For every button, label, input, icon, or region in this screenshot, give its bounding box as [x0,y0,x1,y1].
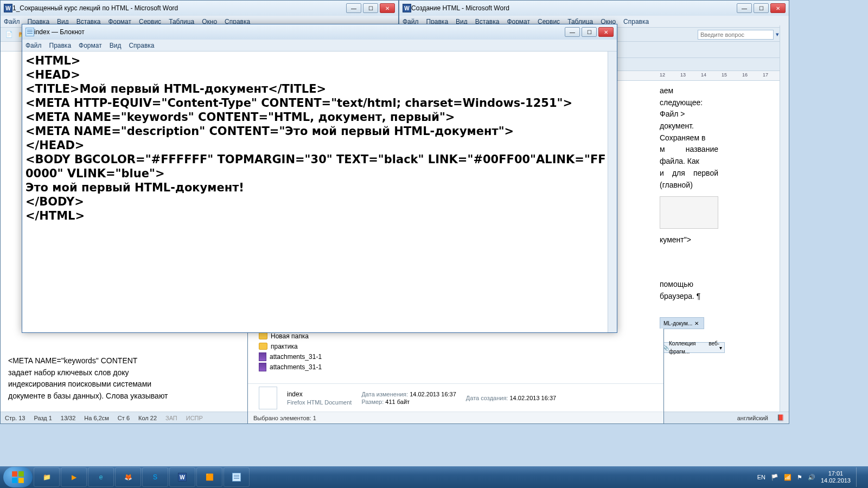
menu-item-файл[interactable]: Файл [4,18,20,25]
system-tray: EN 🏳️ 📶 ⚑ 🔊 17:01 14.02.2013 [757,467,865,487]
archive-icon [259,363,266,371]
file-name: Новая папка [271,332,309,340]
notepad-window: index — Блокнот — ☐ ✕ ФайлПравкаФорматВи… [22,24,617,333]
show-desktop-button[interactable] [856,467,860,487]
notepad-icon [25,28,34,36]
word2-title: Создание HTML - Microsoft Word [411,4,737,12]
status-page: Стр. 13 [5,415,25,421]
minimize-button[interactable]: — [346,3,361,13]
taskbar-ie[interactable]: e [88,467,114,487]
taskbar-skype[interactable]: S [142,467,168,487]
ruler-tick: 15 [722,72,727,78]
windows-logo-icon [11,470,25,484]
embedded-image [660,196,718,229]
svg-rect-1 [18,471,24,477]
list-item[interactable]: практика [259,341,653,351]
svg-rect-2 [12,478,17,483]
notepad-content[interactable]: <HTML> <HEAD> <TITLE>Мой первый HTML-док… [25,54,614,223]
file-thumbnail [259,387,277,409]
folder-icon [259,343,267,350]
file-name: практика [271,343,298,350]
doc-line: и для первой (главной) [660,168,718,191]
minimize-button[interactable]: — [565,27,580,37]
status-section: Разд 1 [34,415,52,421]
selection-count: Выбрано элементов: 1 [253,415,316,421]
status-language: английский [737,415,768,421]
status-pages: 13/32 [61,415,76,421]
new-doc-icon[interactable]: 📄 [4,29,15,40]
word-icon: W [403,4,411,12]
status-line: Ст 6 [118,415,130,421]
menu-item-вид[interactable]: Вид [110,42,122,49]
menu-item-справка[interactable]: Справка [623,18,649,25]
menu-item-файл[interactable]: Файл [25,42,42,49]
tray-network-icon[interactable]: 📶 [784,474,792,481]
maximize-button[interactable]: ☐ [363,3,378,13]
file-name: attachments_31-1 [270,363,322,371]
detail-name: index [287,390,352,398]
vertical-scrollbar[interactable] [608,52,617,332]
taskbar-word[interactable]: W [169,467,195,487]
doc-tab[interactable]: ML-докум... ✕ [660,317,704,329]
doc-line: м название файла. Как [660,144,718,167]
notepad-menubar: ФайлПравкаФорматВидСправка [22,40,617,52]
start-button[interactable] [3,467,33,487]
menu-item-формат[interactable]: Формат [79,42,102,49]
taskbar: 📁 ▶ e 🦊 S W 🟧 EN 🏳️ 📶 ⚑ 🔊 17:01 14.02.20… [0,466,868,488]
ruler-tick: 13 [680,72,686,78]
notepad-textarea[interactable]: <HTML> <HEAD> <TITLE>Мой первый HTML-док… [22,52,617,332]
tray-action-icon[interactable]: ⚑ [797,474,802,481]
maximize-button[interactable]: ☐ [754,3,769,13]
doc-line: аем следующее: Файл > [660,85,718,120]
notepad-titlebar[interactable]: index — Блокнот — ☐ ✕ [22,24,617,40]
explorer-window: Новая папкапрактикаattachments_31-1attac… [247,329,664,424]
status-flag: ЗАП [165,415,177,421]
close-button[interactable]: ✕ [598,27,614,37]
ask-question-box[interactable] [698,30,774,40]
list-item[interactable]: attachments_31-1 [259,362,653,372]
svg-rect-0 [12,471,17,477]
word1-titlebar[interactable]: W 1_Сокращенный курс лекций по HTML - Mi… [1,1,398,16]
status-flag: ИСПР [186,415,203,421]
taskbar-wmplayer[interactable]: ▶ [61,467,87,487]
taskbar-app[interactable]: 🟧 [196,467,222,487]
file-name: attachments_31-1 [270,353,322,361]
folder-icon [259,332,267,339]
explorer-statusbar: Выбрано элементов: 1 [248,412,663,423]
notepad-title: index — Блокнот [34,28,565,36]
tray-clock[interactable]: 17:01 14.02.2013 [821,470,851,484]
spellcheck-icon[interactable]: 📕 [777,414,784,421]
doc-line: документ. Сохраняем в [660,120,718,144]
doc-line: помощью браузера. ¶ [660,279,718,302]
tray-language[interactable]: EN [757,474,765,480]
file-details-pane: index Firefox HTML Document Дата изменен… [248,383,663,412]
sidepanel-header[interactable]: 📎 Коллекция веб-фрагм... ▾ [660,342,725,353]
close-button[interactable]: ✕ [770,3,786,13]
file-list[interactable]: Новая папкапрактикаattachments_31-1attac… [248,329,663,383]
svg-rect-3 [18,478,24,483]
minimize-button[interactable]: — [737,3,752,13]
ruler-tick: 12 [660,72,665,78]
status-col: Кол 22 [138,415,157,421]
list-item[interactable]: attachments_31-1 [259,351,653,362]
taskbar-notepad[interactable] [224,467,250,487]
ruler-tick: 17 [763,72,768,78]
ruler-tick: 14 [701,72,706,78]
close-button[interactable]: ✕ [380,3,395,13]
menu-item-правка[interactable]: Правка [49,42,72,49]
word1-title: 1_Сокращенный курс лекций по HTML - Micr… [12,4,346,12]
tray-flag-icon[interactable]: 🏳️ [771,474,778,481]
word2-titlebar[interactable]: W Создание HTML - Microsoft Word — ☐ ✕ [399,1,789,16]
tray-volume-icon[interactable]: 🔊 [808,474,815,481]
archive-icon [259,352,266,361]
close-icon[interactable]: ✕ [694,319,699,328]
taskbar-explorer[interactable]: 📁 [34,467,60,487]
maximize-button[interactable]: ☐ [582,27,597,37]
menu-item-справка[interactable]: Справка [129,42,154,49]
status-at: На 6,2см [84,415,108,421]
ruler-tick: 16 [742,72,748,78]
vertical-scrollbar[interactable] [780,25,789,412]
doc-line: кумент"> [660,234,718,246]
taskbar-firefox[interactable]: 🦊 [115,467,141,487]
word-icon: W [4,4,12,12]
